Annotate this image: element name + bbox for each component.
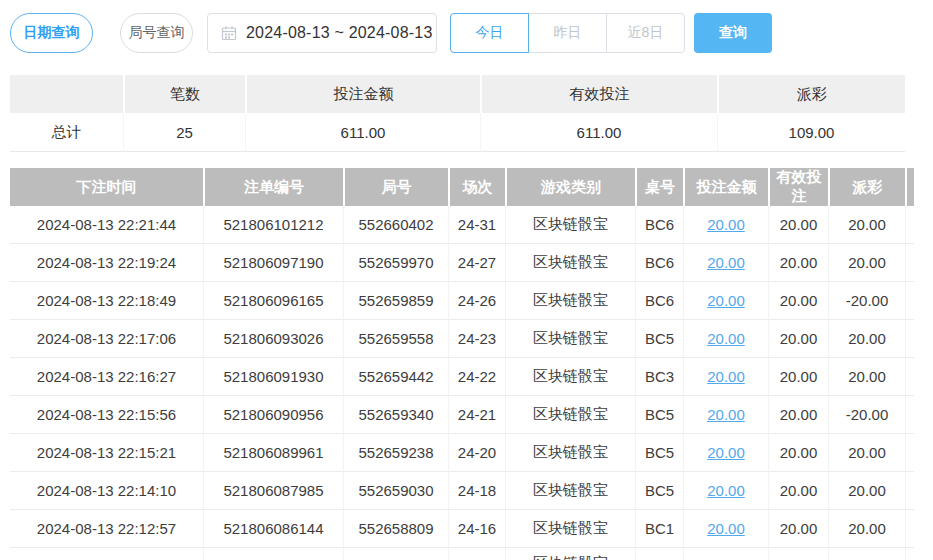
valid-bet-cell: 20.00: [768, 472, 828, 510]
summary-bet-amount-value: 611.00: [245, 113, 480, 152]
filler-cell: [905, 320, 914, 358]
bet-time-cell: 2024-08-13 22:14:10: [10, 472, 203, 510]
header-filler: [905, 168, 914, 206]
summary-header-payout: 派彩: [717, 75, 905, 113]
bet-amount-cell: 20.00: [683, 434, 768, 472]
session-cell: [448, 548, 505, 560]
round-id-cell: 552659859: [343, 282, 448, 320]
round-id-cell: 552659442: [343, 358, 448, 396]
bet-amount-link[interactable]: 20.00: [707, 330, 745, 347]
bet-amount-link[interactable]: 20.00: [707, 520, 745, 537]
header-session: 场次: [448, 168, 505, 206]
bet-id-cell: 521806090956: [203, 396, 343, 434]
bet-amount-link[interactable]: 20.00: [707, 444, 745, 461]
records-tbody: 2024-08-13 22:21:44521806101212552660402…: [10, 206, 914, 560]
summary-header-bet-amount: 投注金额: [245, 75, 480, 113]
yesterday-button[interactable]: 昨日: [528, 13, 607, 53]
session-cell: 24-20: [448, 434, 505, 472]
filler-cell: [905, 396, 914, 434]
table-no-cell: BC1: [635, 510, 683, 548]
session-cell: 24-31: [448, 206, 505, 244]
header-payout: 派彩: [828, 168, 905, 206]
page: 日期查询 局号查询 2024-08-13 ~ 2024-08-13 今日: [0, 0, 933, 560]
round-id-cell: [343, 548, 448, 560]
payout-cell: [828, 548, 905, 560]
today-button[interactable]: 今日: [450, 13, 529, 53]
summary-count-value: 25: [123, 113, 245, 152]
bet-amount-cell: 20.00: [683, 282, 768, 320]
filler-cell: [905, 206, 914, 244]
date-query-tab[interactable]: 日期查询: [10, 13, 93, 53]
bet-amount-cell: 20.00: [683, 472, 768, 510]
payout-cell: 20.00: [828, 434, 905, 472]
bet-amount-cell: 20.00: [683, 396, 768, 434]
records-table: 下注时间 注单编号 局号 场次 游戏类别 桌号 投注金额 有效投注 派彩 202…: [10, 168, 914, 560]
session-cell: 24-23: [448, 320, 505, 358]
valid-bet-cell: 20.00: [768, 358, 828, 396]
bet-id-cell: 521806093026: [203, 320, 343, 358]
bet-amount-link[interactable]: 20.00: [707, 216, 745, 233]
toolbar: 日期查询 局号查询 2024-08-13 ~ 2024-08-13 今日: [10, 13, 772, 53]
summary-total-label: 总计: [10, 113, 123, 152]
bet-amount-link[interactable]: 20.00: [707, 254, 745, 271]
date-range-input[interactable]: 2024-08-13 ~ 2024-08-13: [207, 13, 437, 53]
game-type-cell: 区块链骰宝: [505, 548, 635, 560]
round-id-cell: 552659238: [343, 434, 448, 472]
date-shortcut-group: 今日 昨日 近8日: [450, 13, 685, 53]
payout-cell: -20.00: [828, 282, 905, 320]
search-button[interactable]: 查询: [694, 13, 772, 53]
bet-amount-cell: 20.00: [683, 244, 768, 282]
bet-amount-link[interactable]: 20.00: [707, 368, 745, 385]
round-id-cell: 552659558: [343, 320, 448, 358]
payout-cell: 20.00: [828, 358, 905, 396]
bet-time-cell: 2024-08-13 22:18:49: [10, 282, 203, 320]
records-header-row: 下注时间 注单编号 局号 场次 游戏类别 桌号 投注金额 有效投注 派彩: [10, 168, 914, 206]
session-cell: 24-16: [448, 510, 505, 548]
filler-cell: [905, 244, 914, 282]
bet-amount-link[interactable]: 20.00: [707, 292, 745, 309]
game-type-cell: 区块链骰宝: [505, 206, 635, 244]
session-cell: 24-21: [448, 396, 505, 434]
summary-header-row: 笔数 投注金额 有效投注 派彩: [10, 75, 905, 113]
last8days-button[interactable]: 近8日: [606, 13, 685, 53]
game-type-cell: 区块链骰宝: [505, 320, 635, 358]
round-id-cell: 552658809: [343, 510, 448, 548]
filler-cell: [905, 358, 914, 396]
header-round-id: 局号: [343, 168, 448, 206]
bet-id-cell: 521806091930: [203, 358, 343, 396]
filler-cell: [905, 472, 914, 510]
bet-id-cell: 521806086144: [203, 510, 343, 548]
bet-amount-cell: 20.00: [683, 206, 768, 244]
bet-amount-cell: 20.00: [683, 510, 768, 548]
summary-header-blank: [10, 75, 123, 113]
table-row: 2024-08-13 22:12:57521806086144552658809…: [10, 510, 914, 548]
payout-cell: 20.00: [828, 320, 905, 358]
header-valid-bet: 有效投注: [768, 168, 828, 206]
calendar-icon: [221, 25, 237, 41]
filler-cell: [905, 434, 914, 472]
bet-amount-cell: [683, 548, 768, 560]
game-type-cell: 区块链骰宝: [505, 472, 635, 510]
payout-cell: 20.00: [828, 472, 905, 510]
game-type-cell: 区块链骰宝: [505, 510, 635, 548]
table-no-cell: BC6: [635, 282, 683, 320]
bet-id-cell: 521806096165: [203, 282, 343, 320]
table-row: 2024-08-13 22:16:27521806091930552659442…: [10, 358, 914, 396]
summary-table: 笔数 投注金额 有效投注 派彩 总计 25 611.00 611.00 109.…: [10, 75, 905, 152]
bet-id-cell: 521806089961: [203, 434, 343, 472]
bet-amount-link[interactable]: 20.00: [707, 482, 745, 499]
bet-time-cell: 2024-08-13 22:15:56: [10, 396, 203, 434]
table-row: 2024-08-13 22:17:06521806093026552659558…: [10, 320, 914, 358]
game-type-cell: 区块链骰宝: [505, 244, 635, 282]
bet-time-cell: 2024-08-13 22:12:57: [10, 510, 203, 548]
bet-id-cell: 521806097190: [203, 244, 343, 282]
bet-amount-cell: 20.00: [683, 320, 768, 358]
session-cell: 24-22: [448, 358, 505, 396]
bet-time-cell: 2024-08-13 22:19:24: [10, 244, 203, 282]
round-id-cell: 552660402: [343, 206, 448, 244]
bet-amount-link[interactable]: 20.00: [707, 406, 745, 423]
table-row: 区块链骰宝: [10, 548, 914, 560]
round-query-tab[interactable]: 局号查询: [120, 13, 193, 53]
bet-time-cell: 2024-08-13 22:15:21: [10, 434, 203, 472]
filler-cell: [905, 510, 914, 548]
